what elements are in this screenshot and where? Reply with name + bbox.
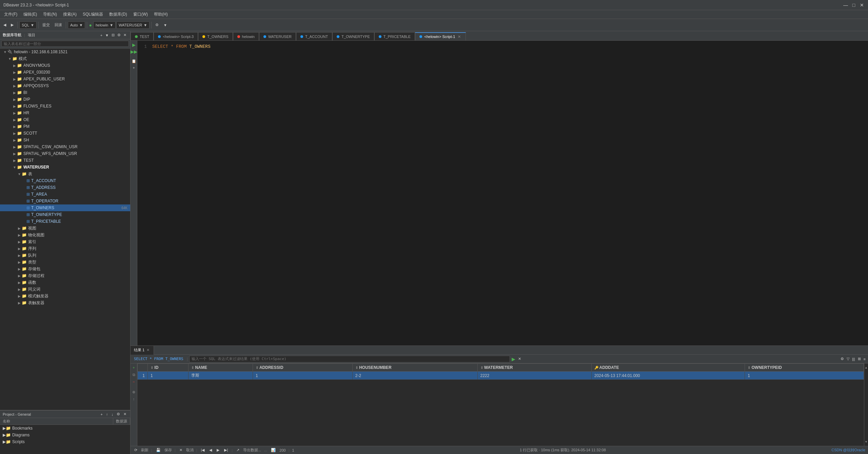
copy-row-btn[interactable]: ⧉ [131,372,137,378]
menu-search[interactable]: 搜索(A) [60,11,79,18]
table-t-area[interactable]: ⊞T_AREA [0,191,130,198]
schema-spatial-csw[interactable]: ▶📁SPATIAL_CSW_ADMIN_USR [0,143,130,150]
toolbar-forward[interactable]: ▶ [9,21,16,29]
tab-t-ownertype[interactable]: T_OWNERTYPE [332,32,374,40]
schema-spatial-wfs[interactable]: ▶📁SPATIAL_WFS_ADMIN_USR [0,150,130,157]
sql-type-dropdown[interactable]: SQL ▼ [19,21,37,29]
types-group[interactable]: ▶📁类型 [0,259,130,265]
menu-file[interactable]: 文件(F) [1,11,20,18]
nav-next-btn[interactable]: ▶ [216,448,220,453]
export-btn[interactable]: ↗ [235,448,240,453]
sequences-group[interactable]: ▶📁序列 [0,245,130,252]
scroll-up-btn[interactable]: ▲ [863,364,868,371]
table-triggers-group[interactable]: ▶📁表触发器 [0,299,130,306]
nav-prev-btn[interactable]: ◀ [208,448,213,453]
col-header-housenumber[interactable]: ⇕ HOUSENUMBER [352,364,477,372]
results-columns-btn[interactable]: ||| [851,357,856,361]
tab-close-script1[interactable]: ✕ [457,35,461,39]
cell-ownertypeid[interactable]: 1 [745,372,864,380]
schema-apex-public[interactable]: ▶📁APEX_PUBLIC_USER [0,76,130,82]
project-close-btn[interactable]: ✕ [122,412,127,417]
refresh-btn[interactable]: ⟳ [133,448,138,453]
project-item-bookmarks[interactable]: ▶ 📁 Bookmarks [0,425,130,432]
table-t-owners[interactable]: ⊞ T_OWNERS 64K [0,204,130,211]
menu-database[interactable]: 数据库(D) [106,11,130,18]
auto-commit-dropdown[interactable]: Auto ▼ [68,21,85,29]
cell-id[interactable]: 1 [148,372,189,380]
nav-new-btn[interactable]: + [99,33,103,38]
rows-count-btn[interactable]: 📊 [270,448,277,453]
tab-test[interactable]: TEST [131,32,154,40]
scroll-down-btn[interactable]: ▼ [863,439,868,445]
tab-t-account[interactable]: T_ACCOUNT [296,32,332,40]
col-header-id[interactable]: ⇕ ID [148,364,189,372]
menu-navigate[interactable]: 导航(N) [40,11,60,18]
explain-button[interactable]: 📋 [131,58,137,64]
project-settings-btn[interactable]: ⚙ [116,412,121,417]
cell-name[interactable]: 李斯 [189,372,253,380]
synonyms-group[interactable]: ▶📁同义词 [0,286,130,293]
results-more-btn[interactable]: ≡ [863,357,867,361]
queues-group[interactable]: ▶📁队列 [0,252,130,259]
schema-anonymous[interactable]: ▶📁ANONYMOUS [0,62,130,69]
run-all-button[interactable]: ▶▶ [131,48,137,55]
search-input[interactable] [1,41,129,47]
nav-collapse-btn[interactable]: ⊟ [111,33,116,38]
tab-wateruser[interactable]: WATERUSER [259,32,296,40]
filter-clear-btn[interactable]: ✕ [517,356,522,361]
table-t-pricetable[interactable]: ⊞T_PRICETABLE [0,218,130,225]
menu-edit[interactable]: 编辑(E) [21,11,40,18]
filter-ok-btn[interactable]: ▶ [511,356,516,362]
sql-filter-input[interactable] [189,356,510,362]
tab-t-pricetable[interactable]: T_PRICETABLE [374,32,415,40]
nav-first-btn[interactable]: |◀ [200,448,206,453]
save-btn[interactable]: 💾 [155,448,162,453]
tab-script-3[interactable]: <helowin> Script-3 [154,32,198,40]
nav-last-btn[interactable]: ▶| [223,448,229,453]
indexes-group[interactable]: ▶📁索引 [0,238,130,245]
add-row-btn[interactable]: + [131,364,137,371]
cell-addressid[interactable]: 1 [253,372,353,380]
project-add-btn[interactable]: + [100,412,104,417]
packages-group[interactable]: ▶📁存储包 [0,265,130,272]
nav-settings-btn[interactable]: ⚙ [116,33,122,38]
close-button[interactable]: ✕ [859,2,865,8]
sql-editor[interactable]: 1 SELECT * FROM T_OWNERS [137,41,868,346]
schema-dip[interactable]: ▶📁DIP [0,96,130,103]
toolbar-more[interactable]: ▼ [161,21,169,29]
schema-wateruser[interactable]: ▼ 📁 WATERUSER [0,164,130,171]
tables-group[interactable]: ▼ 📁 表 [0,171,130,177]
schema-sh[interactable]: ▶📁SH [0,137,130,143]
connection-item[interactable]: ▼ 🔌 helowin - 192.168.6.108:1521 [0,48,130,55]
schema-hr[interactable]: ▶📁HR [0,110,130,116]
procedures-group[interactable]: ▶📁存储过程 [0,272,130,279]
minimize-button[interactable]: — [843,2,848,8]
table-t-address[interactable]: ⊞T_ADDRESS [0,184,130,191]
project-up-btn[interactable]: ↑ [105,412,109,417]
schema-appqossys[interactable]: ▶📁APPQOSSYS [0,82,130,89]
nav-close-btn[interactable]: ✕ [122,33,127,38]
tab-helowin[interactable]: helowin [233,32,259,40]
run-button[interactable]: ▶ [131,42,137,48]
col-header-ownertypeid[interactable]: ⇕ OWNERTYPEID [745,364,864,372]
cell-housenumber[interactable]: 2-2 [352,372,477,380]
col-header-watermeter[interactable]: ⇕ WATERMETER [477,364,591,372]
toolbar-settings[interactable]: ⚙ [153,21,161,29]
schema-pm[interactable]: ▶📁PM [0,123,130,130]
schema-apex030200[interactable]: ▶📁APEX_030200 [0,69,130,76]
menu-help[interactable]: 帮助(H) [151,11,171,18]
project-item-scripts[interactable]: ▶ 📁 Scripts [0,438,130,445]
toolbar-back[interactable]: ◀ [1,21,8,29]
col-header-name[interactable]: ⇕ NAME [189,364,253,372]
nav-filter-btn[interactable]: ▼ [104,33,110,38]
duplicate-row-btn[interactable]: ⊕ [131,389,137,395]
project-item-diagrams[interactable]: ▶ 📁 Diagrams [0,432,130,438]
schema-oe[interactable]: ▶📁OE [0,116,130,123]
schemas-group[interactable]: ▼ 📁 模式 [0,55,130,62]
tab-t-owners[interactable]: T_OWNERS [198,32,233,40]
delete-row-btn[interactable]: − [131,379,137,385]
menu-window[interactable]: 窗口(W) [131,11,151,18]
cell-watermeter[interactable]: 2222 [477,372,591,380]
results-settings-btn[interactable]: ⚙ [840,356,845,361]
views-group[interactable]: ▶📁视图 [0,225,130,232]
